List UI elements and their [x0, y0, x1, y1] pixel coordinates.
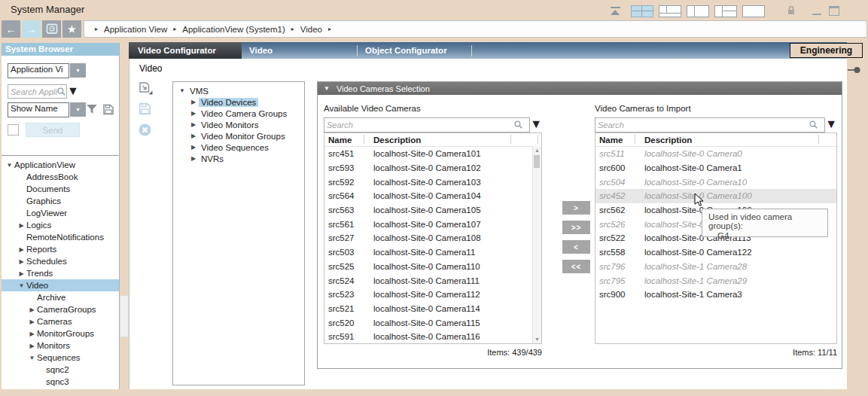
tree-item[interactable]: ▶ Schedules [2, 255, 119, 267]
tree-expander-icon[interactable]: ▶ [188, 99, 199, 105]
column-description[interactable]: Description [641, 136, 692, 145]
tree-expander-icon[interactable]: ▶ [27, 331, 37, 337]
panel-collapse-icon[interactable]: ▼ [324, 85, 330, 92]
tree-item-label[interactable]: Documents [26, 184, 70, 193]
display-mode-value[interactable]: Show Name [8, 102, 69, 117]
vms-tree-item[interactable]: ▶ Video Monitors [173, 119, 304, 130]
send-button[interactable]: Send [26, 123, 80, 137]
vms-tree-item-label[interactable]: Video Sequences [199, 143, 271, 152]
import-search-dropdown-button[interactable]: ▼ [825, 117, 837, 133]
filter-button[interactable] [86, 104, 98, 114]
vms-tree-item[interactable]: ▶ NVRs [173, 153, 304, 164]
camera-row[interactable]: src511 localhost-Site-0 Camera0 [595, 147, 836, 161]
lock-icon[interactable] [787, 5, 796, 18]
camera-row[interactable]: src592 localhost-Site-0 Camera103 [324, 175, 541, 189]
tree-item-label[interactable]: LogViewer [26, 209, 67, 218]
tree-item[interactable]: LogViewer [2, 207, 119, 219]
vms-tree-item-label[interactable]: Video Devices [199, 98, 258, 107]
tree-item[interactable]: ▶ Cameras [2, 315, 119, 327]
breadcrumb-caret-icon[interactable]: ▸ [328, 26, 331, 32]
tree-item-label[interactable]: sqnc3 [46, 377, 69, 386]
available-scrollbar[interactable]: ▲ ▼ [532, 146, 541, 343]
camera-row[interactable]: src525 localhost-Site-0 Camera110 [324, 260, 541, 274]
tree-item-label[interactable]: Logics [26, 221, 51, 230]
engineering-button[interactable]: Engineering [790, 43, 863, 58]
minimize-button[interactable] [812, 7, 821, 15]
camera-row[interactable]: src521 localhost-Site-0 Camera114 [324, 302, 541, 316]
layout-two-column-button[interactable] [687, 5, 709, 17]
import-search-input[interactable] [595, 117, 825, 133]
scroll-up-icon[interactable]: ▲ [533, 148, 541, 153]
camera-row[interactable]: src452 localhost-Site-0 Camera100 [595, 189, 836, 203]
sidebar-search-dropdown-button[interactable]: ▼ [67, 84, 79, 99]
vms-tree-item[interactable]: ▶ Video Camera Groups [173, 108, 304, 119]
tree-item-label[interactable]: Video [26, 281, 48, 290]
tree-expander-icon[interactable]: ▶ [17, 270, 26, 277]
forward-button[interactable]: → [22, 20, 41, 38]
pin-panel-icon[interactable] [848, 64, 861, 78]
tree-item[interactable]: ▼ ApplicationView [2, 159, 119, 171]
camera-row[interactable]: src520 localhost-Site-0 Camera115 [324, 315, 541, 330]
tree-item-label[interactable]: Archive [37, 293, 65, 302]
tree-item[interactable]: Archive [2, 291, 119, 303]
tree-item[interactable]: ▶ Trends [2, 267, 119, 279]
tree-expander-icon[interactable]: ▼ [17, 282, 26, 289]
vms-tree-item[interactable]: ▼ VMS [173, 85, 304, 96]
column-name[interactable]: Name [595, 136, 641, 145]
vms-tree-item[interactable]: ▶ Video Sequences [173, 142, 304, 153]
tree-item[interactable]: RemoteNotifications [2, 231, 119, 243]
camera-row[interactable]: src451 localhost-Site-0 Camera101 [324, 147, 541, 161]
tree-item-label[interactable]: CameraGroups [37, 305, 96, 314]
sidebar-splitter[interactable] [120, 43, 129, 389]
favorites-button[interactable]: ★ [62, 20, 81, 38]
tree-item-label[interactable]: Monitors [37, 341, 70, 350]
tree-item-label[interactable]: Schedules [26, 257, 67, 266]
camera-row[interactable]: src561 localhost-Site-0 Camera107 [324, 217, 541, 231]
tree-item[interactable]: sqnc2 [2, 364, 119, 376]
tree-item[interactable]: AddressBook [2, 171, 119, 183]
tree-item[interactable]: ▶ Reports [2, 243, 119, 255]
column-name[interactable]: Name [324, 136, 370, 145]
display-mode-dropdown-button[interactable]: ▼ [70, 102, 86, 117]
send-checkbox[interactable] [8, 124, 19, 136]
tree-expander-icon[interactable]: ▶ [188, 144, 199, 151]
tree-expander-icon[interactable]: ▶ [188, 133, 199, 139]
camera-row[interactable]: src527 localhost-Site-0 Camera108 [324, 231, 541, 245]
tree-expander-icon[interactable]: ▶ [27, 318, 37, 325]
camera-row[interactable]: src504 localhost-Site-0 Camera10 [595, 175, 836, 189]
splitter-grip[interactable] [120, 295, 129, 337]
camera-row[interactable]: src524 localhost-Site-0 Camera111 [324, 273, 541, 288]
vms-tree-item-label[interactable]: Video Monitor Groups [199, 132, 288, 141]
tree-item-label[interactable]: Cameras [37, 317, 72, 326]
tree-item[interactable]: ▼ Video [2, 279, 119, 291]
tree-item[interactable]: Documents [2, 183, 119, 195]
back-button[interactable]: ← [2, 20, 20, 38]
camera-row[interactable]: src503 localhost-Site-0 Camera11 [324, 245, 541, 260]
tree-expander-icon[interactable]: ▶ [27, 343, 37, 349]
transfer-button[interactable]: < [562, 240, 590, 254]
save-filter-button[interactable] [102, 104, 114, 115]
camera-row[interactable]: src563 localhost-Site-0 Camera105 [324, 203, 541, 218]
breadcrumb-item[interactable]: ▸ Video [285, 25, 322, 34]
tree-item-label[interactable]: MonitorGroups [37, 329, 94, 338]
tree-item[interactable]: ▼ Sequences [2, 352, 119, 364]
tree-item[interactable]: ▶ MonitorGroups [2, 327, 119, 340]
cancel-button[interactable] [139, 123, 155, 138]
breadcrumb-item[interactable]: ▸ ApplicationView (System1) [167, 25, 285, 34]
view-selector-value[interactable]: Application Vi [8, 63, 69, 78]
available-search-input[interactable] [324, 117, 530, 133]
tree-expander-icon[interactable]: ▶ [188, 155, 199, 162]
breadcrumb-item[interactable]: ▸ Application View [89, 25, 167, 34]
camera-row[interactable]: src795 localhost-Site-1 Camera29 [595, 273, 836, 288]
tree-item-label[interactable]: Reports [26, 245, 56, 254]
save-button[interactable] [139, 102, 155, 117]
scroll-down-icon[interactable]: ▼ [533, 337, 541, 342]
tree-expander-icon[interactable]: ▶ [17, 258, 26, 265]
layout-left-right-split-button[interactable] [714, 5, 737, 17]
camera-row[interactable]: src591 localhost-Site-0 Camera116 [324, 330, 541, 344]
transfer-button[interactable]: >> [562, 221, 590, 234]
tree-expander-icon[interactable]: ▶ [17, 246, 26, 253]
tree-expander-icon[interactable]: ▼ [27, 355, 37, 361]
vms-tree-item[interactable]: ▶ Video Monitor Groups [173, 130, 304, 142]
tree-item-label[interactable]: ApplicationView [14, 160, 75, 169]
